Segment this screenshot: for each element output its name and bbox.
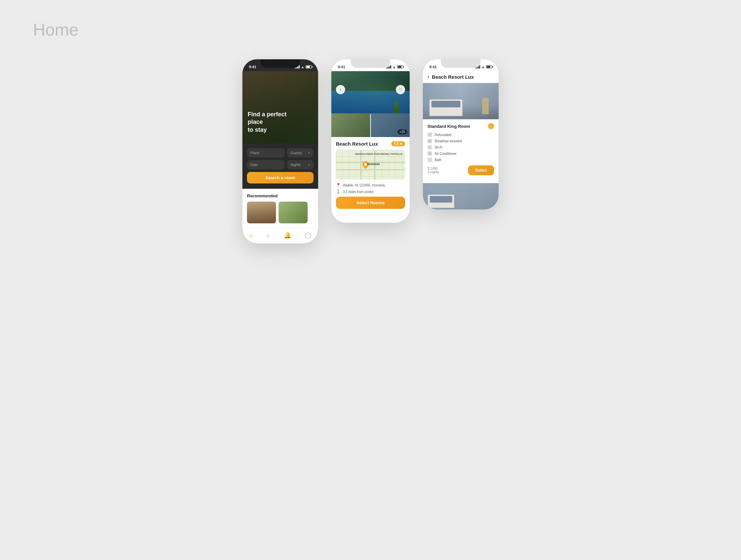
amenity-label-breakfast: Breakfast included bbox=[435, 139, 462, 143]
room-detail: Standard King Room i ↩ Refundable ☕ Brea… bbox=[423, 119, 498, 183]
phones-container: 9:41 ▲ Find a perfect place to stay bbox=[26, 59, 715, 243]
select-rooms-button[interactable]: Select Rooms bbox=[336, 197, 405, 209]
time-3: 9:41 bbox=[429, 65, 437, 69]
bath-icon: 🛁 bbox=[427, 158, 432, 162]
amenity-refundable: ↩ Refundable bbox=[427, 132, 494, 137]
hero-nav: ‹ ♡ bbox=[331, 85, 410, 94]
amenity-label-refundable: Refundable bbox=[435, 133, 452, 137]
map-road-h2 bbox=[336, 169, 405, 170]
second-room-image bbox=[423, 183, 498, 209]
phone-hotel-detail: 9:41 ▲ +25 ‹ bbox=[331, 59, 410, 223]
place-input[interactable]: Place bbox=[247, 148, 284, 158]
map-area-label: MAKIKI/LOWER/ PUNCHBOWL/ TANTALUS bbox=[355, 152, 402, 155]
room-main-image bbox=[423, 83, 498, 119]
info-icon[interactable]: i bbox=[488, 123, 494, 129]
guests-dropdown[interactable]: Guests ▼ bbox=[287, 148, 314, 158]
phone-room-select: 9:41 ▲ ‹ Beach Resort Lux Stand bbox=[423, 59, 498, 209]
time-2: 9:41 bbox=[338, 65, 345, 69]
refundable-icon: ↩ bbox=[427, 132, 432, 137]
recommended-image-2[interactable] bbox=[279, 202, 308, 223]
amenity-ac: ❄ Air Conditioner bbox=[427, 151, 494, 156]
nights-arrow-icon: ▼ bbox=[308, 164, 310, 166]
bed-shape bbox=[429, 100, 462, 116]
hotel-hero: +25 ‹ ♡ bbox=[331, 71, 410, 137]
nights-dropdown[interactable]: Nights ▼ bbox=[287, 160, 314, 169]
price-select-row: $ 1480 2 nights Select bbox=[427, 165, 494, 175]
ac-icon: ❄ bbox=[427, 151, 432, 156]
amenity-wifi: ⌗ Wi-Fi bbox=[427, 145, 494, 149]
recommended-images bbox=[247, 202, 314, 223]
notch-1 bbox=[261, 59, 300, 68]
room-title-row: Standard King Room i bbox=[427, 123, 494, 129]
notch-2 bbox=[351, 59, 390, 68]
address-row: 📍 Waikiki, HI 123456, Honolulu bbox=[336, 183, 405, 187]
rating-badge: 4.5 ★ bbox=[391, 141, 405, 146]
time-1: 9:41 bbox=[249, 65, 256, 69]
recommended-section: Recommended bbox=[243, 189, 318, 228]
bed-shape-2 bbox=[428, 195, 454, 208]
guests-arrow-icon: ▼ bbox=[308, 151, 310, 154]
amenity-breakfast: ☕ Breakfast included bbox=[427, 139, 494, 143]
hotel-content: Beach Resort Lux 4.5 ★ MAKIKI/LOWER/ PUN… bbox=[331, 137, 410, 213]
hotel-name: Beach Resort Lux bbox=[336, 141, 378, 146]
city-label: Honolulu bbox=[367, 163, 380, 166]
back-button-room[interactable]: ‹ bbox=[427, 74, 429, 80]
battery-icon-2 bbox=[397, 65, 403, 68]
search-area: Place Guests ▼ Date Nights ▼ Search a ro… bbox=[243, 144, 318, 189]
nav-home-icon[interactable]: ⌂ bbox=[249, 232, 253, 239]
select-room-button[interactable]: Select bbox=[468, 165, 494, 175]
photo-collage: +25 bbox=[331, 113, 410, 137]
search-row-1: Place Guests ▼ bbox=[247, 148, 314, 158]
amenity-label-wifi: Wi-Fi bbox=[435, 145, 442, 149]
recommended-title: Recommended bbox=[247, 193, 314, 198]
hero-text: Find a perfect place to stay bbox=[248, 111, 294, 134]
lamp-shape bbox=[482, 98, 489, 114]
date-input[interactable]: Date bbox=[247, 160, 284, 169]
star-icon: ★ bbox=[400, 142, 402, 145]
room-select-title: Beach Resort Lux bbox=[432, 74, 474, 80]
amenity-label-bath: Bath bbox=[435, 158, 442, 162]
notch-3 bbox=[441, 59, 480, 68]
nav-search-icon[interactable]: ⌕ bbox=[266, 232, 270, 239]
hotel-map[interactable]: MAKIKI/LOWER/ PUNCHBOWL/ TANTALUS Honolu… bbox=[336, 150, 405, 180]
room-select-header: ‹ Beach Resort Lux bbox=[423, 71, 498, 83]
breakfast-icon: ☕ bbox=[427, 139, 432, 143]
back-button-hotel[interactable]: ‹ bbox=[336, 85, 345, 94]
search-row-2: Date Nights ▼ bbox=[247, 160, 314, 169]
amenity-label-ac: Air Conditioner bbox=[435, 152, 457, 155]
location-pin-icon: 📍 bbox=[336, 183, 341, 187]
hotel-distance: 3.2 miles from centre bbox=[343, 190, 374, 194]
pool-overlay bbox=[331, 91, 410, 114]
phone2-bottom bbox=[331, 213, 410, 223]
room-name: Standard King Room bbox=[427, 124, 470, 129]
amenity-bath: 🛁 Bath bbox=[427, 158, 494, 162]
page-title: Home bbox=[33, 20, 79, 40]
nav-bell-icon[interactable]: 🔔 bbox=[284, 232, 291, 239]
hero-image-1: Find a perfect place to stay bbox=[243, 71, 318, 144]
walk-icon: 🚶 bbox=[336, 189, 341, 194]
wifi-amenity-icon: ⌗ bbox=[427, 145, 432, 149]
wifi-icon-2: ▲ bbox=[393, 65, 396, 69]
room-price: $ 1480 2 nights bbox=[427, 167, 439, 174]
battery-icon-1 bbox=[306, 65, 312, 68]
collage-img-1 bbox=[331, 113, 370, 137]
search-room-button[interactable]: Search a room bbox=[247, 172, 314, 183]
hotel-header: Beach Resort Lux 4.5 ★ bbox=[336, 141, 405, 146]
distance-row: 🚶 3.2 miles from centre bbox=[336, 189, 405, 194]
hotel-address: Waikiki, HI 123456, Honolulu bbox=[343, 183, 385, 187]
recommended-image-1[interactable] bbox=[247, 202, 276, 223]
phone-home: 9:41 ▲ Find a perfect place to stay bbox=[243, 59, 318, 243]
photo-count-badge: +25 bbox=[398, 129, 407, 134]
wifi-icon-1: ▲ bbox=[301, 65, 304, 69]
wifi-icon-3: ▲ bbox=[481, 65, 485, 69]
battery-icon-3 bbox=[486, 65, 492, 68]
nav-profile-icon[interactable]: ◯ bbox=[305, 232, 311, 239]
favorite-button[interactable]: ♡ bbox=[396, 85, 405, 94]
bottom-nav: ⌂ ⌕ 🔔 ◯ bbox=[243, 228, 318, 243]
